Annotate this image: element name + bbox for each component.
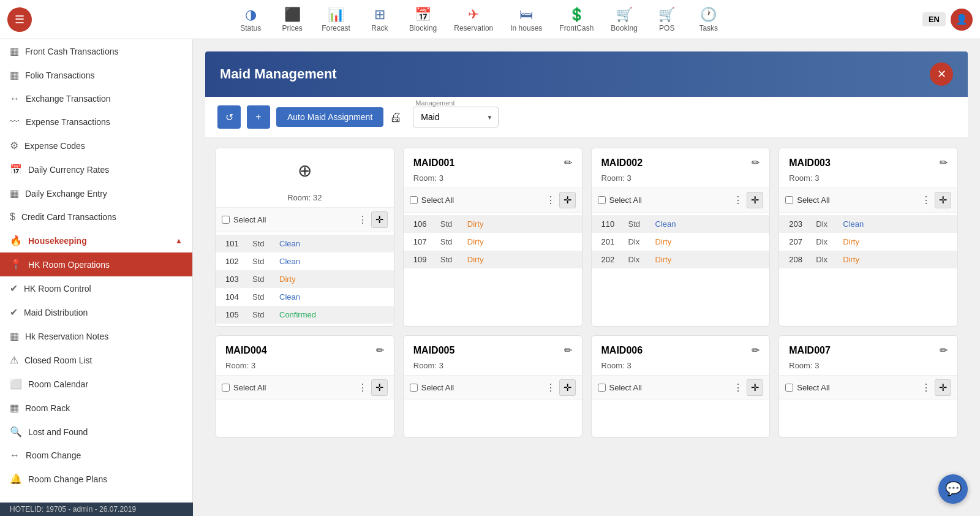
maid002-move-icon[interactable]: ✛ [747, 192, 763, 208]
maid003-header: MAID003 ✏ [779, 148, 957, 173]
sidebar-item-daily-currency[interactable]: 📅 Daily Currency Rates [0, 157, 192, 181]
add-card-move-icon[interactable]: ✛ [371, 211, 388, 228]
nav-booking[interactable]: 🛒 Booking [603, 4, 644, 35]
nav-tasks[interactable]: 🕐 Tasks [689, 4, 728, 35]
maid007-move-icon[interactable]: ✛ [935, 379, 951, 396]
maid001-move-icon[interactable]: ✛ [559, 192, 576, 208]
maid001-header: MAID001 ✏ [404, 148, 582, 173]
maid006-move-icon[interactable]: ✛ [747, 379, 763, 396]
management-dropdown[interactable]: Maid [413, 107, 499, 127]
maid002-select-all-checkbox[interactable] [598, 196, 606, 204]
close-button[interactable]: ✕ [930, 63, 953, 86]
user-avatar[interactable]: 👤 [951, 9, 973, 31]
room-row: 105 Std Confirmed [216, 306, 394, 324]
folio-icon: ▦ [10, 69, 19, 81]
sidebar-item-expense-codes[interactable]: ⚙ Expense Codes [0, 134, 192, 157]
maid002-edit-icon[interactable]: ✏ [752, 157, 760, 169]
management-label: Management [415, 99, 454, 107]
sidebar-item-closed-room[interactable]: ⚠ Closed Room List [0, 348, 192, 372]
maid003-select-all-checkbox[interactable] [785, 196, 793, 204]
maid006-room-info: Room: 3 [592, 361, 770, 375]
maid004-select-bar: Select All ⋮ ✛ [216, 375, 394, 400]
refresh-button[interactable]: ↺ [217, 105, 241, 129]
maid003-dots-menu[interactable]: ⋮ [921, 194, 931, 206]
maid003-room-info: Room: 3 [779, 173, 957, 188]
sidebar-item-hk-room-control[interactable]: ✔ HK Room Control [0, 276, 192, 300]
maid007-select-bar: Select All ⋮ ✛ [779, 375, 957, 400]
add-card-plus-icon[interactable]: ⊕ [298, 161, 312, 181]
maid005-card: MAID005 ✏ Room: 3 Select All ⋮ ✛ [403, 335, 582, 438]
maid003-select-label: Select All [797, 195, 918, 205]
maid001-select-label: Select All [421, 195, 542, 205]
sidebar-item-lost-found[interactable]: 🔍 Lost and Found [0, 420, 192, 444]
maid005-edit-icon[interactable]: ✏ [564, 344, 572, 356]
nav-blocking[interactable]: 📅 Blocking [402, 4, 444, 35]
print-icon[interactable]: 🖨 [390, 110, 402, 124]
maid003-move-icon[interactable]: ✛ [935, 192, 951, 208]
nav-forecast[interactable]: 📊 Forecast [314, 4, 358, 35]
sidebar-item-maid-distribution[interactable]: ✔ Maid Distribution [0, 300, 192, 324]
exchange-icon: ↔ [10, 93, 20, 104]
maid001-select-all-checkbox[interactable] [410, 196, 418, 204]
note-icon: ▦ [10, 330, 19, 342]
nav-inhouses[interactable]: 🛏 In houses [503, 4, 549, 35]
nav-frontcash[interactable]: 💲 FrontCash [552, 4, 601, 35]
maid003-select-bar: Select All ⋮ ✛ [779, 188, 957, 213]
maid004-edit-icon[interactable]: ✏ [376, 344, 384, 356]
sidebar-item-hk-reservation[interactable]: ▦ Hk Reservation Notes [0, 324, 192, 348]
maid007-dots-menu[interactable]: ⋮ [921, 382, 931, 393]
room-row: 104 Std Clean [216, 288, 394, 306]
maid005-dots-menu[interactable]: ⋮ [546, 382, 556, 393]
maid003-edit-icon[interactable]: ✏ [940, 157, 948, 169]
calendar-icon: ⬜ [10, 378, 22, 390]
add-card-select-all-checkbox[interactable] [222, 216, 230, 224]
add-card-dots-menu[interactable]: ⋮ [358, 214, 368, 226]
maid007-room-info: Room: 3 [779, 361, 957, 375]
maid002-select-label: Select All [609, 195, 730, 205]
maid007-edit-icon[interactable]: ✏ [940, 344, 948, 356]
sidebar-item-hk-room-ops[interactable]: 📍 HK Room Operations [0, 252, 192, 276]
sidebar-item-folio[interactable]: ▦ Folio Transactions [0, 63, 192, 87]
housekeeping-section[interactable]: 🔥 Housekeeping ▲ [0, 229, 192, 252]
sidebar-item-exchange-transaction[interactable]: ↔ Exchange Transaction [0, 87, 192, 110]
nav-prices[interactable]: ⬛ Prices [273, 4, 312, 35]
maid002-select-bar: Select All ⋮ ✛ [592, 188, 770, 213]
maid006-header: MAID006 ✏ [592, 336, 770, 361]
sidebar-item-room-change[interactable]: ↔ Room Change [0, 444, 192, 467]
maid005-select-all-checkbox[interactable] [410, 384, 418, 392]
nav-pos[interactable]: 🛒 POS [647, 4, 687, 35]
sidebar-item-room-calendar[interactable]: ⬜ Room Calendar [0, 372, 192, 396]
sidebar-item-room-change-plans[interactable]: 🔔 Room Change Plans [0, 467, 192, 491]
add-card-select-bar: Select All ⋮ ✛ [216, 207, 394, 232]
maid007-select-all-checkbox[interactable] [785, 384, 793, 392]
nav-status[interactable]: ◑ Status [231, 4, 270, 35]
sidebar-item-front-cash[interactable]: ▦ Front Cash Transactions [0, 39, 192, 63]
add-button[interactable]: + [247, 105, 270, 129]
menu-button[interactable]: ☰ [7, 7, 32, 32]
language-selector[interactable]: EN [922, 12, 946, 26]
nav-reservation[interactable]: ✈ Reservation [447, 4, 500, 35]
add-maid-card: ⊕ Room: 32 Select All ⋮ ✛ 101 Std Clean … [215, 148, 394, 327]
maid004-move-icon[interactable]: ✛ [371, 379, 388, 396]
sidebar-item-expense-transactions[interactable]: 〰 Expense Transactions [0, 110, 192, 134]
maid001-edit-icon[interactable]: ✏ [564, 157, 572, 169]
maid006-dots-menu[interactable]: ⋮ [733, 382, 743, 393]
maid004-select-all-checkbox[interactable] [222, 384, 230, 392]
maid006-card: MAID006 ✏ Room: 3 Select All ⋮ ✛ [591, 335, 771, 438]
chat-bubble[interactable]: 💬 [938, 474, 968, 504]
grid-icon: ▦ [10, 402, 19, 414]
room-row: 103 Std Dirty [216, 270, 394, 288]
maid004-dots-menu[interactable]: ⋮ [358, 382, 368, 393]
sidebar-item-daily-exchange[interactable]: ▦ Daily Exchange Entry [0, 181, 192, 205]
sidebar-item-room-rack[interactable]: ▦ Room Rack [0, 396, 192, 420]
nav-rack[interactable]: ⊞ Rack [360, 4, 399, 35]
auto-maid-assignment-button[interactable]: Auto Maid Assignment [276, 107, 383, 127]
maid002-dots-menu[interactable]: ⋮ [733, 194, 743, 206]
sidebar-item-credit-card[interactable]: $ Credit Card Transactions [0, 205, 192, 229]
maid005-move-icon[interactable]: ✛ [559, 379, 576, 396]
maid006-edit-icon[interactable]: ✏ [752, 344, 760, 356]
maid001-dots-menu[interactable]: ⋮ [546, 194, 556, 206]
maid006-select-all-checkbox[interactable] [598, 384, 606, 392]
maid006-select-label: Select All [609, 383, 730, 392]
room-row: 106 Std Dirty [404, 215, 582, 233]
